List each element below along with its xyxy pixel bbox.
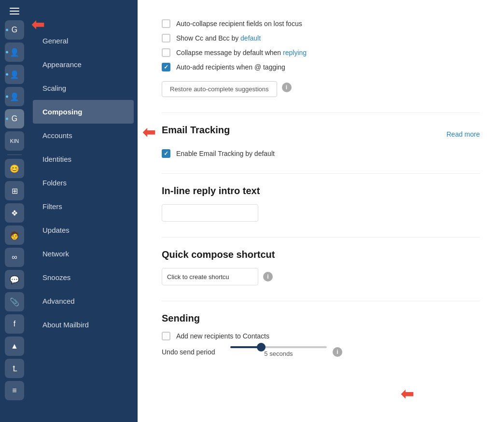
auto-collapse-row: Auto-collapse recipient fields on lost f… bbox=[162, 19, 480, 28]
undo-send-label: Undo send period bbox=[162, 348, 224, 356]
divider-1 bbox=[162, 113, 480, 113]
read-more-link[interactable]: Read more bbox=[447, 130, 480, 138]
nav-icon-dropbox[interactable]: ❖ bbox=[5, 203, 24, 223]
stack-icon: ≡ bbox=[12, 386, 16, 395]
auto-collapse-checkbox[interactable] bbox=[162, 19, 170, 28]
sidebar-item-filters[interactable]: Filters bbox=[33, 195, 134, 218]
collapse-message-row: Collapse message by default when replyin… bbox=[162, 48, 480, 57]
auto-add-checkbox[interactable] bbox=[162, 63, 170, 71]
quick-compose-title: Quick compose shortcut bbox=[162, 249, 480, 260]
nav-icon-kin[interactable]: KIN bbox=[5, 131, 24, 151]
inline-reply-section: In-line reply intro text bbox=[162, 185, 480, 222]
grid-icon: ⊞ bbox=[12, 186, 18, 196]
dropbox-icon: ❖ bbox=[11, 209, 18, 218]
sidebar-item-snoozes[interactable]: Snoozes bbox=[33, 266, 134, 289]
settings-content: Auto-collapse recipient fields on lost f… bbox=[138, 0, 504, 422]
person-icon-3: 👤 bbox=[10, 92, 19, 101]
divider-3 bbox=[162, 237, 480, 238]
sending-section: Sending Add new recipients to Contacts U… bbox=[162, 313, 480, 357]
kin-icon: KIN bbox=[10, 138, 19, 144]
whatsapp-icon: 💬 bbox=[10, 275, 19, 284]
icon-divider bbox=[7, 155, 22, 155]
sidebar-item-about[interactable]: About Mailbird bbox=[33, 313, 134, 337]
show-cc-bcc-label: Show Cc and Bcc by default bbox=[176, 34, 261, 42]
nav-icon-g2[interactable]: G bbox=[5, 109, 24, 128]
nav-icon-person1[interactable]: 👤 bbox=[5, 42, 24, 62]
layers-icon: Ꝉ bbox=[13, 364, 17, 373]
nav-icon-person3[interactable]: 👤 bbox=[5, 87, 24, 106]
tracking-header: Email Tracking Read more bbox=[162, 125, 480, 143]
shortcut-input[interactable] bbox=[162, 268, 258, 285]
auto-add-label: Auto-add recipients when @ tagging bbox=[176, 63, 285, 71]
enable-tracking-checkbox[interactable] bbox=[162, 149, 170, 158]
inline-reply-title: In-line reply intro text bbox=[162, 185, 480, 197]
add-recipients-row: Add new recipients to Contacts bbox=[162, 332, 480, 340]
undo-send-row: Undo send period 5 seconds i bbox=[162, 346, 480, 357]
email-tracking-section: Email Tracking Read more Enable Email Tr… bbox=[162, 125, 480, 158]
inline-reply-input[interactable] bbox=[162, 204, 258, 222]
divider-2 bbox=[162, 173, 480, 174]
nav-icon-infinity[interactable]: ∞ bbox=[5, 248, 24, 267]
nav-icon-facebook[interactable]: f bbox=[5, 314, 24, 334]
undo-send-slider[interactable] bbox=[230, 346, 327, 348]
sidebar-item-folders[interactable]: Folders bbox=[33, 171, 134, 195]
email-tracking-title: Email Tracking bbox=[162, 125, 230, 136]
undo-send-info-icon[interactable]: i bbox=[333, 347, 342, 357]
collapse-message-label: Collapse message by default when replyin… bbox=[176, 49, 307, 56]
infinity-icon: ∞ bbox=[12, 253, 17, 262]
show-cc-bcc-checkbox[interactable] bbox=[162, 34, 170, 42]
sending-title: Sending bbox=[162, 313, 480, 324]
nav-icon-emoji[interactable]: 😊 bbox=[5, 159, 24, 178]
sidebar-item-advanced[interactable]: Advanced bbox=[33, 289, 134, 313]
sidebar-item-scaling[interactable]: Scaling bbox=[33, 76, 134, 100]
sidebar-item-composing[interactable]: Composing bbox=[33, 100, 134, 124]
restore-suggestions-button[interactable]: Restore auto-complete suggestions bbox=[162, 81, 277, 97]
enable-tracking-row: Enable Email Tracking by default bbox=[162, 149, 480, 158]
g-icon: G bbox=[12, 26, 17, 34]
nav-icon-user[interactable]: 🧑 bbox=[5, 225, 24, 245]
nav-icon-attachment[interactable]: 📎 bbox=[5, 292, 24, 311]
person-icon: 👤 bbox=[10, 48, 19, 57]
sidebar-item-accounts[interactable]: Accounts bbox=[33, 124, 134, 147]
recipient-options-section: Auto-collapse recipient fields on lost f… bbox=[162, 19, 480, 97]
nav-icon-stack[interactable]: ≡ bbox=[5, 381, 24, 400]
sidebar-item-network[interactable]: Network bbox=[33, 242, 134, 266]
sidebar-item-general[interactable]: General bbox=[33, 29, 134, 53]
drive-icon: ▲ bbox=[11, 342, 18, 351]
divider-4 bbox=[162, 301, 480, 301]
quick-compose-section: Quick compose shortcut i bbox=[162, 249, 480, 285]
hamburger-button[interactable] bbox=[7, 5, 22, 17]
settings-sidebar: GeneralAppearanceScalingComposingAccount… bbox=[29, 0, 138, 422]
nav-icon-person2[interactable]: 👤 bbox=[5, 65, 24, 84]
nav-icon-drive[interactable]: ▲ bbox=[5, 337, 24, 356]
facebook-icon: f bbox=[14, 320, 15, 328]
sidebar-item-updates[interactable]: Updates bbox=[33, 218, 134, 242]
auto-add-row: Auto-add recipients when @ tagging bbox=[162, 63, 480, 71]
auto-collapse-label: Auto-collapse recipient fields on lost f… bbox=[176, 20, 302, 28]
sidebar-item-identities[interactable]: Identities bbox=[33, 147, 134, 171]
g-icon-2: G bbox=[12, 114, 17, 123]
slider-container: 5 seconds bbox=[230, 346, 327, 357]
enable-tracking-label: Enable Email Tracking by default bbox=[176, 150, 275, 157]
nav-icon-layers[interactable]: Ꝉ bbox=[5, 359, 24, 378]
attachment-icon: 📎 bbox=[10, 297, 19, 307]
sidebar-item-appearance[interactable]: Appearance bbox=[33, 53, 134, 76]
shortcut-row: i bbox=[162, 268, 480, 285]
shortcut-info-icon[interactable]: i bbox=[263, 272, 273, 281]
collapse-message-checkbox[interactable] bbox=[162, 48, 170, 57]
emoji-icon: 😊 bbox=[10, 164, 19, 173]
add-recipients-label: Add new recipients to Contacts bbox=[176, 332, 269, 340]
nav-icon-grid[interactable]: ⊞ bbox=[5, 181, 24, 200]
user-icon: 🧑 bbox=[10, 231, 19, 240]
nav-icon-whatsapp[interactable]: 💬 bbox=[5, 270, 24, 289]
person-icon-2: 👤 bbox=[10, 70, 19, 79]
icon-bar: G 👤 👤 👤 G KIN bbox=[0, 0, 29, 422]
show-cc-bcc-row: Show Cc and Bcc by default bbox=[162, 34, 480, 42]
add-recipients-checkbox[interactable] bbox=[162, 332, 170, 340]
undo-send-value: 5 seconds bbox=[264, 350, 293, 357]
nav-icon-g[interactable]: G bbox=[5, 20, 24, 40]
restore-info-icon[interactable]: i bbox=[282, 83, 292, 92]
